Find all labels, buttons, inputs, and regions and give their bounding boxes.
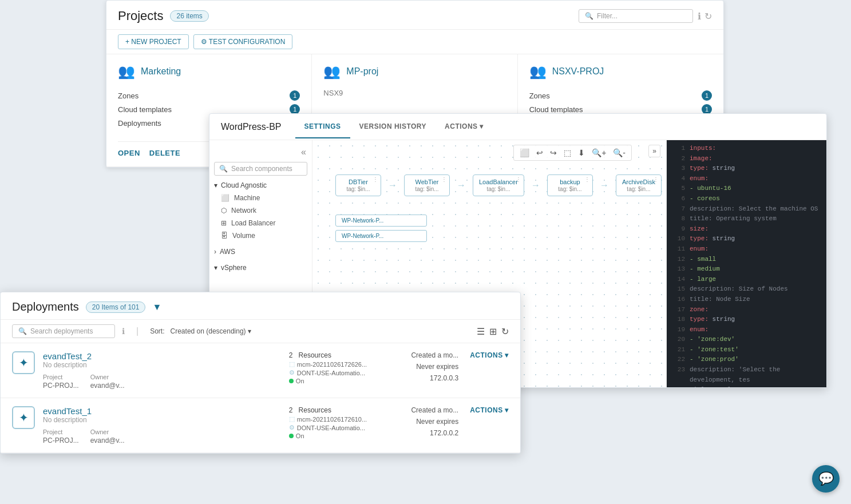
open-marketing-button[interactable]: OPEN: [118, 149, 140, 157]
yaml-line-number: 9: [671, 224, 685, 235]
arrow-4: →: [600, 180, 609, 191]
dep-resources-0: 2 Resources ⬚ mcm-20211026172626... ⚙ DO…: [289, 351, 367, 384]
yaml-line: 10 type: string: [667, 234, 826, 244]
cloud-agnostic-header[interactable]: ▾ Cloud Agnostic: [209, 179, 312, 192]
chevron-right-icon: ›: [214, 248, 216, 256]
frame-button[interactable]: ⬚: [561, 147, 573, 158]
yaml-line-content: type: string: [690, 164, 735, 174]
yaml-line-number: 1: [671, 144, 685, 154]
dep-name-1[interactable]: evandTest_1: [43, 406, 289, 416]
yaml-line-content: enum:: [690, 174, 708, 184]
yaml-line-content: size:: [690, 224, 708, 235]
projects-toolbar: + NEW PROJECT ⚙ TEST CONFIGURATION: [106, 30, 723, 54]
dep-project-label-1: Project: [43, 428, 79, 435]
yaml-line-number: 16: [671, 295, 685, 305]
dep-ip-1: 172.0.0.2: [430, 429, 458, 437]
redo-button[interactable]: ↪: [548, 147, 559, 158]
dep-name-0[interactable]: evandTest_2: [43, 351, 289, 361]
yaml-line: 22 - 'zone:prod': [667, 355, 826, 365]
grid-view-icon[interactable]: ⊞: [489, 326, 497, 337]
yaml-line: 5 - ubuntu-16: [667, 184, 826, 194]
dep-actions-button-1[interactable]: ACTIONS ▾: [470, 406, 509, 414]
project-name-mproj[interactable]: MP-proj: [346, 66, 378, 77]
search-icon: 🔍: [585, 12, 593, 20]
yaml-line: 20 - 'zone:dev': [667, 335, 826, 345]
component-machine[interactable]: ⬜ Machine: [209, 192, 312, 204]
undo-button[interactable]: ↩: [534, 147, 545, 158]
chevron-down-icon: ▾: [480, 122, 484, 130]
component-volume[interactable]: 🗄 Volume: [209, 229, 312, 242]
yaml-line-number: 24: [671, 385, 685, 387]
bp-node-dbtier: ⋮ DBTier tag: $in...: [335, 174, 381, 196]
blueprint-title: WordPress-BP: [221, 122, 282, 132]
dep-info-1: evandTest_1 No description Project PC-PR…: [43, 406, 289, 445]
yaml-line-content: enum:: [690, 244, 708, 255]
list-view-icon[interactable]: ☰: [477, 326, 485, 337]
yaml-line: 21 - 'zone:test': [667, 345, 826, 355]
dep-project-val-0: PC-PROJ...: [43, 382, 79, 390]
chat-bubble[interactable]: 💬: [812, 465, 840, 493]
component-load-balancer[interactable]: ⊞ Load Balancer: [209, 217, 312, 229]
yaml-line: 9 size:: [667, 224, 826, 235]
zoom-out-button[interactable]: 🔍-: [611, 147, 628, 158]
download-button[interactable]: ⬇: [576, 147, 587, 158]
yaml-line-number: 23: [671, 365, 685, 385]
canvas-expand-button[interactable]: »: [648, 145, 660, 157]
dep-expires-1: Never expires: [416, 418, 458, 426]
dep-desc-1: No description: [43, 416, 289, 424]
select-tool-button[interactable]: ⬜: [517, 147, 532, 158]
yaml-line-number: 18: [671, 315, 685, 325]
tab-actions[interactable]: ACTIONS ▾: [436, 116, 493, 138]
dep-project-val-1: PC-PROJ...: [43, 436, 79, 445]
refresh-icon[interactable]: ↻: [704, 11, 712, 22]
yaml-line: 1inputs:: [667, 144, 826, 154]
info-icon: ℹ: [122, 327, 125, 336]
yaml-line-content: - ubuntu-16: [690, 184, 731, 194]
arrow-3: →: [531, 180, 540, 191]
refresh-icon[interactable]: ↻: [501, 326, 509, 337]
project-name-marketing[interactable]: Marketing: [141, 66, 181, 77]
aws-header[interactable]: › AWS: [209, 245, 312, 258]
yaml-line-content: image:: [690, 154, 713, 164]
zoom-in-button[interactable]: 🔍+: [589, 147, 608, 158]
dep-owner-label: Owner: [90, 374, 125, 380]
yaml-line-content: description: 'Select the development, te…: [690, 365, 822, 385]
projects-title: Projects 26 items: [118, 9, 209, 23]
test-configuration-button[interactable]: ⚙ TEST CONFIGURATION: [193, 34, 293, 49]
vsphere-header[interactable]: ▾ vSphere: [209, 261, 312, 274]
delete-marketing-button[interactable]: DELETE: [149, 149, 180, 157]
dep-right-1: Created a mo... Never expires 172.0.0.2: [378, 406, 458, 437]
component-network[interactable]: ⬡ Network: [209, 204, 312, 217]
tab-settings[interactable]: SETTINGS: [295, 116, 350, 138]
deployments-search[interactable]: 🔍 Search deployments: [12, 324, 115, 338]
yaml-line-number: 7: [671, 204, 685, 215]
new-project-button[interactable]: + NEW PROJECT: [118, 34, 189, 49]
tab-version-history[interactable]: VERSION HISTORY: [350, 116, 436, 138]
yaml-line-number: 15: [671, 284, 685, 295]
yaml-line: 23 description: 'Select the development,…: [667, 365, 826, 385]
vsphere-label: vSphere: [221, 264, 247, 272]
dep-actions-button-0[interactable]: ACTIONS ▾: [470, 351, 509, 359]
bp-node-loadbalancer: ⋮ LoadBalancer tag: $in...: [473, 174, 524, 196]
machine-icon: ⬜: [221, 194, 229, 202]
search-components-placeholder: Search components: [231, 165, 292, 173]
project-name-nsxv[interactable]: NSXV-PROJ: [552, 66, 604, 77]
sort-label: Sort: Created on (descending) ▾: [150, 327, 251, 335]
sidebar-collapse-button[interactable]: «: [209, 145, 312, 160]
sort-chevron: ▾: [248, 327, 251, 335]
yaml-line-content: - small: [690, 255, 716, 265]
yaml-line-content: - 'zone:test': [690, 345, 739, 355]
yaml-line-number: 12: [671, 255, 685, 265]
dep-logo-1: ✦: [12, 406, 35, 429]
deployments-filter-icon[interactable]: ▼: [152, 302, 161, 312]
dep-expires-0: Never expires: [416, 363, 458, 371]
resource-icon-0-1: ⚙: [289, 369, 295, 376]
yaml-line: 8 title: Operating system: [667, 214, 826, 224]
yaml-line: 16 title: Node Size: [667, 295, 826, 305]
dep-info-0: evandTest_2 No description Project PC-PR…: [43, 351, 289, 390]
yaml-line-number: 8: [671, 214, 685, 224]
yaml-line: 17 zone:: [667, 305, 826, 315]
yaml-line-content: - 'zone:dev': [690, 335, 735, 345]
yaml-line-content: - 'zone:prod': [690, 355, 739, 365]
yaml-line-number: 17: [671, 305, 685, 315]
